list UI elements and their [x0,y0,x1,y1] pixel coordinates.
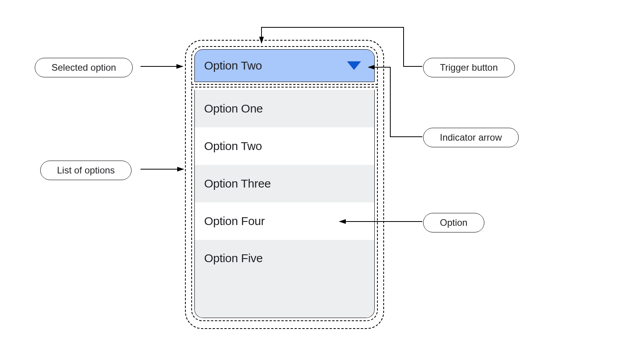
connectors [0,0,644,361]
